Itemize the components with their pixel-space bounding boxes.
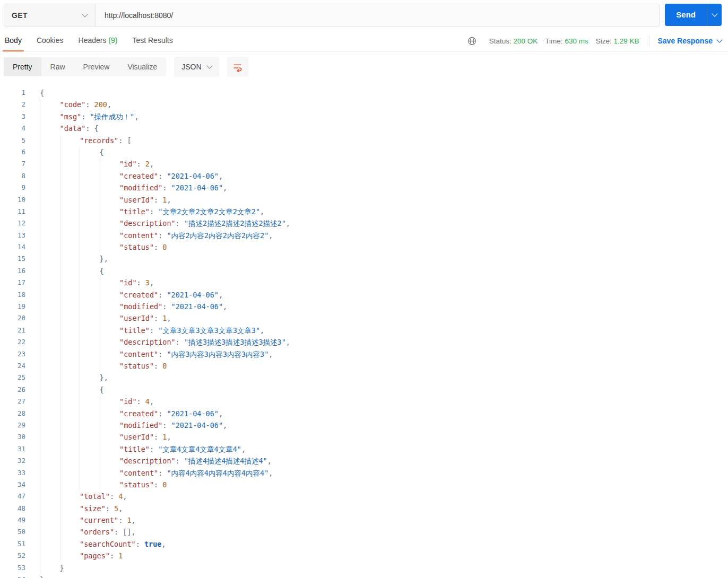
line-content: "data": { (25, 122, 99, 134)
code-line: 33"content": "内容4内容4内容4内容4内容4", (0, 467, 728, 479)
code-line: 18"created": "2021-04-06", (0, 289, 728, 301)
token-s: "文章4文章4文章4文章4" (158, 445, 241, 453)
code-line: 6{ (0, 146, 728, 158)
token-p: , (260, 326, 264, 335)
indent-guide (80, 384, 100, 396)
token-n: 2 (145, 160, 150, 168)
token-p: , (223, 183, 227, 192)
token-p: : (137, 160, 145, 168)
line-content: }, (25, 253, 108, 265)
indent-guide (80, 325, 100, 336)
token-p: : (154, 362, 162, 370)
token-s: "2021-04-06" (167, 172, 219, 180)
tab-cookies[interactable]: Cookies (36, 30, 65, 51)
view-tab-pretty[interactable]: Pretty (4, 57, 41, 76)
line-number: 50 (0, 526, 25, 538)
code-line: 10"userId": 1, (0, 194, 728, 206)
indent-guide (40, 135, 60, 146)
line-content: "id": 4, (25, 396, 154, 407)
token-k: "pages" (80, 551, 110, 560)
send-button[interactable]: Send (665, 4, 707, 26)
token-p: } (40, 575, 44, 578)
token-k: "modified" (119, 302, 162, 311)
indent-guide (80, 479, 100, 491)
indent-guide (40, 206, 60, 217)
code-line: 5"records": [ (0, 135, 728, 146)
indent-guide (60, 419, 80, 431)
token-p: { (100, 267, 104, 275)
token-s: "文章3文章3文章3文章3文章3" (158, 326, 260, 335)
indent-guide (80, 230, 100, 241)
status-value: 200 OK (514, 37, 538, 45)
token-p: : (137, 397, 145, 406)
token-p: , (223, 421, 227, 430)
token-p: , (219, 172, 223, 180)
line-number: 53 (0, 562, 25, 574)
tab-body[interactable]: Body (4, 30, 23, 51)
token-n: 5 (114, 504, 118, 513)
time-pair: Time: 630 ms (545, 37, 588, 45)
line-number: 6 (0, 146, 25, 158)
indent-guide (60, 217, 80, 229)
indent-guide (80, 419, 100, 431)
line-content: "pages": 1 (25, 550, 123, 562)
network-info-button[interactable] (467, 37, 476, 46)
line-content: "status": 0 (25, 241, 167, 253)
token-k: "id" (119, 160, 137, 168)
token-n: 3 (145, 278, 150, 287)
url-input[interactable] (96, 4, 659, 27)
code-line: 48"size": 5, (0, 503, 728, 514)
tab-headers[interactable]: Headers (9) (77, 30, 119, 51)
wrap-text-button[interactable] (227, 57, 248, 77)
code-line: 14"status": 0 (0, 241, 728, 253)
indent-guide (40, 146, 60, 158)
indent-guide (100, 455, 120, 467)
token-p: : (118, 136, 127, 145)
indent-guide (60, 277, 80, 288)
line-content: "created": "2021-04-06", (25, 289, 223, 301)
indent-guide (40, 336, 60, 348)
line-content: "created": "2021-04-06", (25, 408, 223, 419)
view-tab-visualize[interactable]: Visualize (118, 57, 166, 76)
token-k: "status" (119, 362, 154, 370)
line-number: 13 (0, 230, 25, 241)
token-p: { (94, 124, 99, 133)
code-line: 52"pages": 1 (0, 550, 728, 562)
method-label: GET (12, 11, 28, 20)
token-p: , (132, 516, 136, 524)
save-response-button[interactable]: Save Response (658, 37, 722, 45)
indent-guide (60, 158, 80, 170)
indent-guide (40, 396, 60, 407)
tab-test-results[interactable]: Test Results (131, 30, 174, 51)
line-content: "title": "文章3文章3文章3文章3文章3", (25, 325, 264, 336)
line-number: 12 (0, 217, 25, 229)
indent-guide (80, 158, 100, 170)
view-tab-raw[interactable]: Raw (41, 57, 74, 76)
method-select[interactable]: GET (4, 4, 96, 27)
code-line: 29"modified": "2021-04-06", (0, 419, 728, 431)
line-content: } (25, 562, 64, 574)
view-tab-preview[interactable]: Preview (74, 57, 119, 76)
response-view-bar: PrettyRawPreviewVisualize JSON (0, 52, 728, 83)
line-content: "modified": "2021-04-06", (25, 419, 227, 431)
token-p: { (40, 89, 44, 97)
line-number: 49 (0, 514, 25, 526)
indent-guide (40, 230, 60, 241)
code-line: 25}, (0, 372, 728, 383)
line-content: "records": [ (25, 135, 132, 146)
status-pair: Status: 200 OK (489, 37, 538, 45)
chevron-down-icon (716, 37, 722, 42)
code-line: 53} (0, 562, 728, 574)
indent-guide (80, 360, 100, 372)
line-content: "current": 1, (25, 514, 136, 526)
code-line: 21"title": "文章3文章3文章3文章3文章3", (0, 325, 728, 336)
format-select[interactable]: JSON (174, 57, 219, 77)
token-p: : (154, 480, 162, 489)
code-line: 23"content": "内容3内容3内容3内容3内容3", (0, 348, 728, 360)
token-p: , (286, 338, 290, 346)
indent-guide (40, 158, 60, 170)
token-p: : (106, 504, 114, 513)
status-label: Status: (489, 37, 512, 45)
send-options-button[interactable] (707, 4, 722, 26)
code-area: 1{2"code": 200,3"msg": "操作成功！",4"data": … (0, 87, 728, 578)
